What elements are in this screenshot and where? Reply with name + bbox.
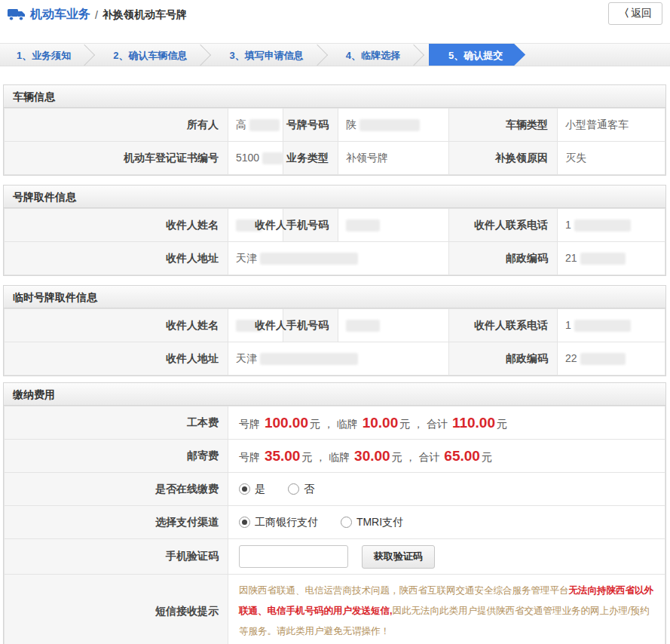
pay-channel-options: 工商银行支付 TMRI支付	[228, 506, 665, 539]
postage-fee-label: 邮寄费	[5, 440, 228, 473]
section-vehicle-info: 车辆信息 所有人 高 号牌号码 陕 车辆类型 小型普通客车 机动车登记证书编号 …	[3, 84, 666, 176]
redacted-mobile-blob	[346, 219, 380, 232]
chevron-separator-icon	[403, 44, 424, 66]
recipient-mobile-label: 收件人手机号码	[283, 309, 338, 342]
radio-channel-tmri-label[interactable]: TMRI支付	[356, 516, 403, 528]
section-fees: 缴纳费用 工本费 号牌 100.00元 ， 临牌 10.00元 ， 合计 110…	[3, 382, 666, 644]
radio-channel-icbc-label[interactable]: 工商银行支付	[255, 516, 318, 528]
cert-number-value: 5100	[228, 142, 283, 175]
redacted-zip-blob	[580, 253, 626, 265]
recipient-mobile-value	[338, 309, 449, 342]
temp-fee-amount: 10.00	[361, 415, 400, 431]
redacted-address-blob	[260, 353, 358, 365]
radio-online-no[interactable]	[288, 483, 299, 495]
recipient-tel-value: 1	[558, 209, 665, 242]
get-code-button[interactable]: 获取验证码	[362, 545, 435, 569]
zip-code-value: 22	[558, 342, 665, 376]
recipient-mobile-value	[338, 209, 449, 242]
section-plate-delivery: 号牌取件信息 收件人姓名 收件人手机号码 收件人联系电话 1 收件人地址 天津 …	[3, 185, 666, 276]
reason-label: 补换领原因	[449, 142, 558, 175]
redacted-owner-blob	[249, 119, 280, 131]
temp-postage-amount: 30.00	[353, 448, 392, 464]
redacted-tel-blob	[574, 320, 631, 332]
vehicle-type-label: 车辆类型	[449, 109, 558, 142]
vehicle-type-value: 小型普通客车	[558, 109, 665, 142]
radio-channel-icbc[interactable]	[239, 517, 250, 528]
chevron-separator-icon	[74, 44, 95, 66]
business-type-value: 补领号牌	[338, 142, 449, 175]
table-row: 手机验证码 获取验证码	[5, 539, 665, 575]
cert-number-label: 机动车登记证书编号	[5, 142, 228, 175]
recipient-name-label: 收件人姓名	[5, 309, 228, 342]
breadcrumb-main[interactable]: 机动车业务	[30, 7, 90, 23]
tab-step-1-label: 1、业务须知	[17, 50, 71, 61]
sms-code-input[interactable]	[239, 545, 348, 568]
tab-step-5-label: 5、确认提交	[448, 50, 503, 61]
breadcrumb: 机动车业务 / 补换领机动车号牌	[8, 7, 187, 23]
section-title-plate-delivery: 号牌取件信息	[4, 186, 665, 208]
production-fee-value: 号牌 100.00元 ， 临牌 10.00元 ， 合计 110.00元	[228, 406, 665, 440]
redacted-zip-blob	[580, 353, 626, 365]
breadcrumb-separator: /	[95, 9, 98, 21]
tab-step-3[interactable]: 3、填写申请信息	[213, 44, 329, 66]
tab-step-2-label: 2、确认车辆信息	[113, 50, 187, 61]
zip-code-label: 邮政编码	[449, 242, 558, 275]
recipient-tel-label: 收件人联系电话	[449, 209, 558, 242]
radio-channel-tmri[interactable]	[341, 517, 352, 528]
sms-code-label: 手机验证码	[5, 539, 228, 575]
back-chevron-icon: 〈	[619, 7, 629, 19]
table-row: 收件人姓名 收件人手机号码 收件人联系电话 1	[5, 309, 665, 342]
recipient-address-value: 天津	[228, 242, 449, 275]
plate-fee-amount: 100.00	[263, 415, 310, 431]
radio-online-yes[interactable]	[239, 483, 250, 495]
back-label: 返回	[631, 7, 652, 19]
tab-step-5-active[interactable]: 5、确认提交	[429, 44, 525, 66]
temp-delivery-table: 收件人姓名 收件人手机号码 收件人联系电话 1 收件人地址 天津 邮政编码 22	[4, 308, 665, 376]
redacted-tel-blob	[574, 219, 631, 232]
table-row: 收件人地址 天津 邮政编码 21	[5, 242, 665, 275]
fees-table: 工本费 号牌 100.00元 ， 临牌 10.00元 ， 合计 110.00元 …	[4, 406, 665, 644]
table-row: 所有人 高 号牌号码 陕 车辆类型 小型普通客车	[5, 109, 665, 142]
business-type-label: 业务类型	[283, 142, 338, 175]
owner-label: 所有人	[5, 109, 228, 142]
recipient-address-value: 天津	[228, 342, 449, 376]
reason-value: 灭失	[558, 142, 665, 175]
plate-postage-amount: 35.00	[263, 448, 302, 464]
radio-online-no-label[interactable]: 否	[304, 483, 314, 495]
sms-notice-label: 短信接收提示	[5, 575, 228, 644]
zip-code-value: 21	[558, 242, 665, 275]
tab-step-2[interactable]: 2、确认车辆信息	[96, 44, 213, 66]
tab-step-1[interactable]: 1、业务须知	[0, 44, 96, 66]
vehicle-info-table: 所有人 高 号牌号码 陕 车辆类型 小型普通客车 机动车登记证书编号 5100 …	[4, 108, 665, 175]
chevron-separator-icon	[190, 44, 211, 66]
total-postage-amount: 65.00	[442, 448, 482, 464]
top-bar: 机动车业务 / 补换领机动车号牌 〈返回	[0, 0, 670, 43]
page: 机动车业务 / 补换领机动车号牌 〈返回 1、业务须知 2、确认车辆信息 3、填…	[0, 0, 670, 644]
table-row: 是否在线缴费 是 否	[5, 473, 665, 506]
production-fee-label: 工本费	[5, 406, 228, 440]
notice-part-1: 因陕西省联通、电信运营商技术问题，陕西省互联网交通安全综合服务管理平台	[239, 585, 569, 596]
recipient-tel-value: 1	[558, 309, 665, 342]
sms-code-cell: 获取验证码	[228, 539, 665, 575]
truck-icon	[8, 8, 26, 21]
plate-number-value: 陕	[338, 109, 449, 142]
back-button[interactable]: 〈返回	[608, 2, 662, 25]
zip-code-label: 邮政编码	[449, 342, 558, 376]
total-fee-amount: 110.00	[451, 415, 497, 431]
sms-notice-text: 因陕西省联通、电信运营商技术问题，陕西省互联网交通安全综合服务管理平台无法向持陕…	[228, 575, 665, 644]
section-title-vehicle: 车辆信息	[4, 85, 665, 108]
recipient-tel-label: 收件人联系电话	[449, 309, 558, 342]
tab-step-4[interactable]: 4、临牌选择	[329, 44, 426, 66]
chevron-separator-icon	[307, 44, 328, 66]
radio-online-yes-label[interactable]: 是	[255, 483, 265, 495]
plate-delivery-table: 收件人姓名 收件人手机号码 收件人联系电话 1 收件人地址 天津 邮政编码 21	[4, 208, 665, 275]
recipient-mobile-label: 收件人手机号码	[283, 209, 338, 242]
section-temp-delivery: 临时号牌取件信息 收件人姓名 收件人手机号码 收件人联系电话 1 收件人地址 天…	[3, 285, 666, 376]
owner-value: 高	[228, 109, 283, 142]
recipient-address-label: 收件人地址	[5, 342, 228, 376]
table-row: 机动车登记证书编号 5100 业务类型 补领号牌 补换领原因 灭失	[5, 142, 665, 175]
redacted-cert-blob	[262, 152, 283, 164]
online-pay-label: 是否在线缴费	[5, 473, 228, 506]
redacted-plate-blob	[359, 119, 420, 131]
step-tabs: 1、业务须知 2、确认车辆信息 3、填写申请信息 4、临牌选择 5、确认提交	[0, 43, 670, 66]
